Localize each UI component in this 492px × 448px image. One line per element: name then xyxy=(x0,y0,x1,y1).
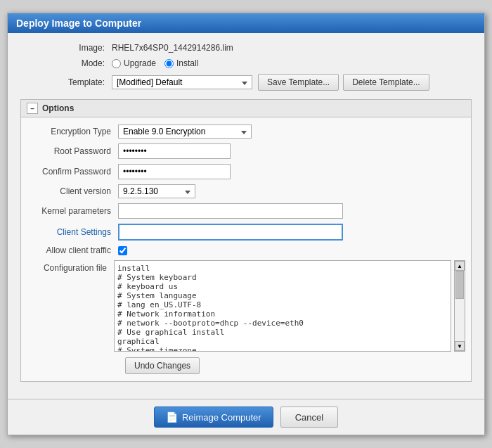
client-settings-label: Client Settings xyxy=(27,227,118,237)
template-label: Template: xyxy=(20,77,112,87)
install-label: Install xyxy=(176,58,198,68)
dialog-body: Image: RHEL7x64SP0_1442914286.lim Mode: … xyxy=(8,33,484,399)
collapse-button[interactable]: – xyxy=(27,103,38,114)
scroll-up-button[interactable]: ▲ xyxy=(455,261,465,271)
mode-options: Upgrade Install xyxy=(112,58,198,68)
allow-traffic-checkbox[interactable] xyxy=(118,246,127,255)
install-radio[interactable] xyxy=(164,59,174,68)
client-version-value: 9.2.5.130 xyxy=(123,186,158,196)
config-file-label: Configuration file xyxy=(27,260,114,273)
scroll-thumb xyxy=(455,271,464,299)
client-version-label: Client version xyxy=(27,186,118,196)
allow-traffic-label: Allow client traffic xyxy=(27,245,118,255)
config-scrollbar[interactable]: ▲ ▼ xyxy=(454,260,465,352)
config-file-textarea[interactable]: install # System keyboard # keyboard us … xyxy=(114,260,451,352)
options-title: Options xyxy=(42,103,74,113)
options-body: Encryption Type Enable 9.0 Encryption Ro… xyxy=(21,117,471,381)
client-version-row: Client version 9.2.5.130 xyxy=(27,184,465,198)
template-select[interactable]: [Modified] Default xyxy=(112,75,252,89)
confirm-password-row: Confirm Password xyxy=(27,164,465,179)
mode-row: Mode: Upgrade Install xyxy=(20,58,472,68)
upgrade-radio[interactable] xyxy=(112,59,121,68)
image-value: RHEL7x64SP0_1442914286.lim xyxy=(112,43,233,53)
allow-traffic-checkbox-container xyxy=(118,246,127,255)
undo-changes-button[interactable]: Undo Changes xyxy=(125,357,200,374)
save-template-button[interactable]: Save Template... xyxy=(258,74,339,91)
dialog-footer: 📄 Reimage Computer Cancel xyxy=(8,399,484,435)
upgrade-label: Upgrade xyxy=(124,58,156,68)
root-password-input[interactable] xyxy=(118,143,231,159)
undo-row: Undo Changes xyxy=(27,357,465,374)
client-settings-input[interactable] xyxy=(118,224,343,241)
client-version-select[interactable]: 9.2.5.130 xyxy=(118,184,195,198)
config-file-row: Configuration file install # System keyb… xyxy=(27,260,465,352)
scroll-down-button[interactable]: ▼ xyxy=(455,341,465,351)
options-header: – Options xyxy=(21,100,471,117)
delete-template-button[interactable]: Delete Template... xyxy=(343,74,429,91)
template-value: [Modified] Default xyxy=(117,77,182,87)
deploy-dialog: Deploy Image to Computer Image: RHEL7x64… xyxy=(7,13,485,435)
cancel-button[interactable]: Cancel xyxy=(280,407,338,428)
image-row: Image: RHEL7x64SP0_1442914286.lim xyxy=(20,43,472,53)
install-option[interactable]: Install xyxy=(164,58,198,68)
dialog-title: Deploy Image to Computer xyxy=(8,13,484,33)
client-settings-row: Client Settings xyxy=(27,224,465,241)
kernel-params-label: Kernel parameters xyxy=(27,206,118,216)
kernel-params-row: Kernel parameters xyxy=(27,203,465,219)
allow-traffic-row: Allow client traffic xyxy=(27,245,465,255)
root-password-row: Root Password xyxy=(27,143,465,159)
reimage-computer-button[interactable]: 📄 Reimage Computer xyxy=(154,407,273,428)
kernel-params-input[interactable] xyxy=(118,203,343,219)
confirm-password-label: Confirm Password xyxy=(27,167,118,177)
template-dropdown-arrow xyxy=(239,77,247,87)
encryption-value: Enable 9.0 Encryption xyxy=(123,127,205,136)
options-section: – Options Encryption Type Enable 9.0 Enc… xyxy=(20,99,472,382)
confirm-password-input[interactable] xyxy=(118,164,231,179)
upgrade-option[interactable]: Upgrade xyxy=(112,58,156,68)
config-container: install # System keyboard # keyboard us … xyxy=(114,260,465,352)
template-buttons: Save Template... Delete Template... xyxy=(258,74,429,91)
image-label: Image: xyxy=(20,43,112,53)
encryption-arrow xyxy=(238,127,247,136)
reimage-label: Reimage Computer xyxy=(182,412,261,423)
mode-label: Mode: xyxy=(20,58,112,68)
encryption-select[interactable]: Enable 9.0 Encryption xyxy=(118,124,252,139)
root-password-label: Root Password xyxy=(27,146,118,156)
reimage-icon: 📄 xyxy=(166,411,178,423)
client-version-arrow xyxy=(182,186,190,196)
encryption-row: Encryption Type Enable 9.0 Encryption xyxy=(27,124,465,139)
template-row: Template: [Modified] Default Save Templa… xyxy=(20,74,472,91)
scroll-track xyxy=(455,271,465,341)
encryption-label: Encryption Type xyxy=(27,127,118,136)
